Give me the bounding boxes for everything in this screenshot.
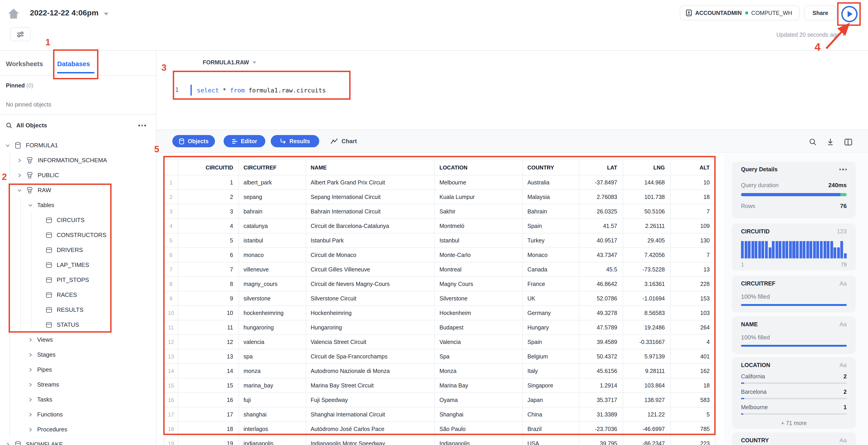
tree-item-snowflake[interactable]: SNOWFLAKE: [0, 437, 156, 445]
tree-item-label: Tables: [37, 202, 54, 208]
tree-item-drivers[interactable]: DRIVERS: [0, 242, 156, 258]
chevron-down-icon[interactable]: [28, 203, 33, 207]
column-header[interactable]: LNG: [623, 160, 671, 175]
column-header[interactable]: CIRCUITID: [178, 160, 239, 175]
search-results-button[interactable]: [808, 137, 817, 146]
tree-item-circuits[interactable]: CIRCUITS: [0, 212, 156, 228]
tree-item-formula1[interactable]: FORMULA1: [0, 138, 156, 153]
sql-text: *: [219, 86, 230, 94]
table-icon: [46, 247, 52, 253]
column-card-circuitid[interactable]: CIRCUITID 123 1 79: [732, 224, 856, 271]
table-row[interactable]: 99silverstoneSilverstone CircuitSilverst…: [164, 292, 716, 306]
tab-chart[interactable]: Chart: [331, 135, 357, 147]
table-row[interactable]: 1313spaCircuit de Spa-FrancorchampsSpaBe…: [164, 349, 716, 364]
table-row[interactable]: 11albert_parkAlbert Park Grand Prix Circ…: [164, 175, 716, 190]
tree-item-information_schema[interactable]: INFORMATION_SCHEMA: [0, 153, 156, 168]
tree-item-tasks[interactable]: Tasks: [0, 392, 156, 407]
column-header[interactable]: CIRCUITREF: [239, 160, 306, 175]
chevron-right-icon[interactable]: [28, 352, 33, 357]
home-icon[interactable]: [8, 8, 20, 20]
table-row[interactable]: 44catalunyaCircuit de Barcelona-Cataluny…: [164, 219, 716, 233]
tab-worksheets[interactable]: Worksheets: [6, 60, 43, 68]
table-row[interactable]: 55istanbulIstanbul ParkIstanbulTurkey40.…: [164, 233, 716, 248]
tab-databases[interactable]: Databases: [57, 60, 90, 68]
chevron-right-icon[interactable]: [5, 442, 10, 445]
tab-objects[interactable]: Objects: [172, 135, 215, 147]
table-row[interactable]: 1515marina_bayMarina Bay Street CircuitM…: [164, 378, 716, 393]
column-header[interactable]: [164, 160, 178, 175]
tree-item-results[interactable]: RESULTS: [0, 302, 156, 317]
column-header[interactable]: COUNTRY: [523, 160, 579, 175]
chevron-right-icon[interactable]: [28, 397, 33, 402]
tree-item-stages[interactable]: Stages: [0, 347, 156, 362]
column-card-country[interactable]: COUNTRY Aa: [732, 432, 856, 445]
table-row[interactable]: 1212valenciaValencia Street CircuitValen…: [164, 335, 716, 349]
table-row[interactable]: 33bahrainBahrain International CircuitSa…: [164, 204, 716, 219]
tree-item-label: Procedures: [37, 426, 67, 433]
tree-item-label: Stages: [37, 351, 56, 358]
chevron-right-icon[interactable]: [17, 158, 22, 163]
chevron-down-icon[interactable]: [17, 188, 22, 192]
table-row[interactable]: 1818interlagosAutódromo José Carlos Pace…: [164, 422, 716, 436]
column-card-circuitref[interactable]: CIRCUITREF Aa 100% filled: [732, 276, 856, 313]
tree-item-functions[interactable]: Functions: [0, 407, 156, 422]
column-header[interactable]: LAT: [579, 160, 623, 175]
column-card-location[interactable]: LOCATION Aa California2Barcelona2Melbour…: [732, 357, 856, 429]
search-label: All Objects: [16, 122, 47, 129]
filters-button[interactable]: [10, 27, 31, 41]
chevron-right-icon[interactable]: [28, 412, 33, 417]
chevron-right-icon[interactable]: [28, 337, 33, 342]
table-row[interactable]: 22sepangSepang International CircuitKual…: [164, 190, 716, 204]
chevron-right-icon[interactable]: [28, 367, 33, 372]
column-header[interactable]: ALT: [671, 160, 716, 175]
warehouse-label: COMPUTE_WH: [751, 10, 792, 16]
tree-item-streams[interactable]: Streams: [0, 377, 156, 392]
table-row[interactable]: 1414monzaAutodromo Nazionale di MonzaMon…: [164, 364, 716, 378]
worksheet-title-caret-icon[interactable]: [104, 13, 108, 15]
tree-item-status[interactable]: STATUS: [0, 317, 156, 332]
tree-item-procedures[interactable]: Procedures: [0, 422, 156, 437]
objects-menu-icon[interactable]: [138, 125, 146, 126]
query-details-menu-icon[interactable]: [839, 169, 847, 170]
tree-item-pipes[interactable]: Pipes: [0, 362, 156, 377]
tree-item-constructors[interactable]: CONSTRUCTORS: [0, 228, 156, 242]
chevron-right-icon[interactable]: [28, 382, 33, 387]
table-cell: 6: [178, 248, 239, 262]
column-header[interactable]: LOCATION: [435, 160, 523, 175]
table-row[interactable]: 1919indianapolisIndianapolis Motor Speed…: [164, 436, 716, 445]
tree-item-tables[interactable]: Tables: [0, 198, 156, 212]
tab-results[interactable]: Results: [271, 135, 319, 147]
table-row[interactable]: 1111hungaroringHungaroringBudapestHungar…: [164, 320, 716, 335]
table-row[interactable]: 88magny_coursCircuit de Nevers Magny-Cou…: [164, 277, 716, 292]
sql-editor-line[interactable]: 1 select * from formula1.raw.circuits: [172, 84, 326, 96]
object-search[interactable]: All Objects: [6, 122, 47, 129]
database-context-selector[interactable]: FORMULA1.RAW: [203, 59, 257, 66]
tree-item-races[interactable]: RACES: [0, 287, 156, 302]
worksheet-title[interactable]: 2022-12-22 4:06pm: [30, 9, 98, 18]
context-selector[interactable]: ACCOUNTADMIN COMPUTE_WH: [680, 5, 800, 21]
tree-item-pit_stops[interactable]: PIT_STOPS: [0, 272, 156, 287]
download-results-button[interactable]: [826, 137, 835, 146]
table-row[interactable]: 1717shanghaiShanghai International Circu…: [164, 407, 716, 422]
table-row[interactable]: 77villeneuveCircuit Gilles VilleneuveMon…: [164, 262, 716, 277]
column-card-name[interactable]: NAME Aa 100% filled: [732, 316, 856, 354]
run-query-button[interactable]: [841, 6, 858, 22]
tree-item-raw[interactable]: RAW: [0, 183, 156, 198]
tab-editor[interactable]: Editor: [224, 135, 265, 147]
tree-item-views[interactable]: Views: [0, 332, 156, 347]
chevron-down-icon[interactable]: [5, 143, 10, 147]
table-row[interactable]: 1616fujiFuji SpeedwayOyamaJapan35.371713…: [164, 393, 716, 407]
location-more-label[interactable]: + 71 more: [741, 420, 847, 426]
histogram-bar: [782, 241, 785, 258]
table-cell: Melbourne: [435, 175, 523, 190]
table-row[interactable]: 66monacoCircuit de MonacoMonte-CarloMona…: [164, 248, 716, 262]
split-panel-button[interactable]: [843, 137, 852, 146]
share-button[interactable]: Share: [804, 5, 837, 21]
chevron-right-icon[interactable]: [17, 173, 22, 177]
table-row[interactable]: 1010hockenheimringHockenheimringHockenhe…: [164, 306, 716, 320]
tree-item-public[interactable]: PUBLIC: [0, 168, 156, 183]
column-header[interactable]: NAME: [306, 160, 435, 175]
chevron-right-icon[interactable]: [28, 427, 33, 432]
tree-item-lap_times[interactable]: LAP_TIMES: [0, 258, 156, 272]
row-number: 3: [164, 204, 178, 219]
